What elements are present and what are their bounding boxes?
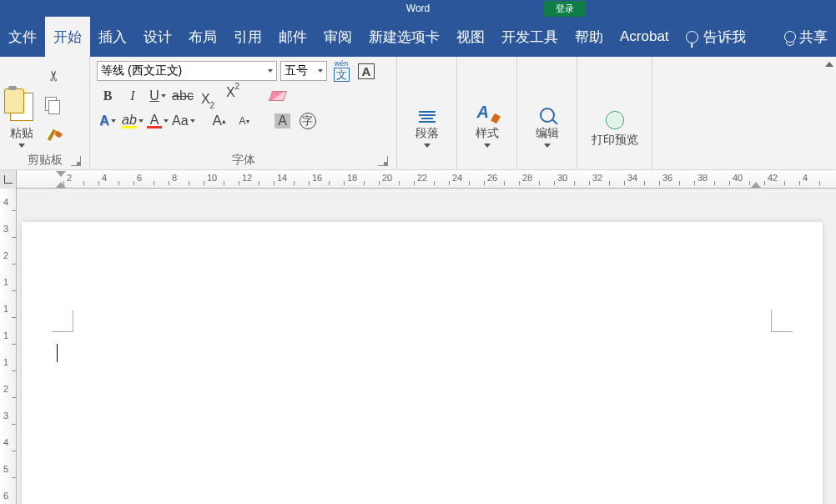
font-name-value: 等线 (西文正文) <box>101 63 182 78</box>
group-clipboard: 粘贴 剪贴板 <box>0 57 90 169</box>
app-title: Word <box>406 3 430 14</box>
tab-review[interactable]: 审阅 <box>315 17 360 57</box>
chevron-down-icon <box>318 69 323 73</box>
tab-newtab[interactable]: 新建选项卡 <box>360 17 448 57</box>
collapse-ribbon-button[interactable] <box>823 57 836 169</box>
margin-crop-tl <box>52 310 73 332</box>
group-paragraph: 段落 <box>397 57 457 169</box>
share-label: 共享 <box>799 28 828 47</box>
enclose-characters-button[interactable]: 字 <box>297 110 319 132</box>
text-cursor <box>57 344 58 362</box>
tab-design[interactable]: 设计 <box>135 17 180 57</box>
preview-label: 打印预览 <box>592 133 638 148</box>
font-launcher[interactable] <box>378 156 388 166</box>
chevron-down-icon <box>111 119 116 123</box>
page[interactable] <box>22 222 823 504</box>
preview-icon <box>606 111 624 129</box>
title-bar: Word 登录 <box>0 0 836 17</box>
styles-label: 样式 <box>476 126 499 141</box>
clipboard-group-label: 剪贴板 <box>28 153 63 168</box>
character-border-button[interactable]: A <box>355 60 377 82</box>
chevron-down-icon <box>268 69 273 73</box>
find-button[interactable]: 编辑 <box>531 60 564 151</box>
clear-formatting-button[interactable] <box>267 85 289 107</box>
highlight-button[interactable]: ab <box>122 110 144 132</box>
tab-home[interactable]: 开始 <box>45 17 90 57</box>
tab-view[interactable]: 视图 <box>448 17 493 57</box>
tab-acrobat[interactable]: Acrobat <box>612 17 677 57</box>
group-editing: 编辑 <box>517 57 577 169</box>
text-effects-button[interactable]: A <box>97 110 118 132</box>
font-color-button[interactable]: A <box>147 110 169 132</box>
vertical-ruler[interactable]: 432111123456 <box>0 189 17 504</box>
font-name-combo[interactable]: 等线 (西文正文) <box>97 61 277 81</box>
share-icon <box>784 31 796 43</box>
chevron-down-icon <box>190 119 195 123</box>
clipboard-launcher[interactable] <box>71 156 81 166</box>
cut-button[interactable] <box>43 67 62 85</box>
print-preview-button[interactable]: 打印预览 <box>587 60 643 151</box>
document-area: 432111123456 <box>0 189 836 504</box>
tab-references[interactable]: 引用 <box>225 17 270 57</box>
horizontal-ruler[interactable]: 246810121416182022242628303234363840424 <box>0 170 836 189</box>
hanging-indent-marker[interactable] <box>56 182 66 188</box>
tell-me-label: 告诉我 <box>703 28 746 47</box>
group-font: 等线 (西文正文) 五号 wén文 A B I U abc X2 X2 A ab… <box>90 57 397 169</box>
document-canvas[interactable] <box>17 189 836 504</box>
paste-icon <box>10 93 33 121</box>
group-styles: A 样式 <box>457 57 517 169</box>
grow-font-button[interactable]: A▴ <box>209 110 230 132</box>
bold-button[interactable]: B <box>97 85 118 107</box>
copy-button[interactable] <box>43 96 62 114</box>
chevron-down-icon <box>161 94 166 98</box>
italic-button[interactable]: I <box>122 85 144 107</box>
ribbon-tabs: 文件 开始 插入 设计 布局 引用 邮件 审阅 新建选项卡 视图 开发工具 帮助… <box>0 17 836 57</box>
chevron-down-icon <box>18 144 25 148</box>
chevron-down-icon <box>484 144 491 148</box>
group-print-preview: 打印预览 <box>577 57 652 169</box>
paragraph-button[interactable]: 段落 <box>410 60 444 151</box>
tab-help[interactable]: 帮助 <box>567 17 612 57</box>
shrink-font-button[interactable]: A▾ <box>234 110 255 132</box>
superscript-button[interactable]: X2 <box>222 85 244 107</box>
login-button[interactable]: 登录 <box>544 1 586 17</box>
phonetic-guide-button[interactable]: wén文 <box>330 60 352 82</box>
subscript-button[interactable]: X2 <box>197 85 219 107</box>
tab-insert[interactable]: 插入 <box>90 17 135 57</box>
chevron-down-icon <box>138 119 144 123</box>
share-button[interactable]: 共享 <box>776 17 836 57</box>
strikethrough-button[interactable]: abc <box>172 85 194 107</box>
first-line-indent-marker[interactable] <box>56 171 66 177</box>
paste-label: 粘贴 <box>10 126 33 141</box>
underline-button[interactable]: U <box>147 85 169 107</box>
tab-selector[interactable] <box>0 170 17 189</box>
margin-crop-tr <box>771 310 793 332</box>
editing-label: 编辑 <box>536 126 559 141</box>
right-indent-marker[interactable] <box>751 182 761 188</box>
styles-button[interactable]: A 样式 <box>471 60 504 151</box>
search-icon <box>540 108 555 123</box>
font-size-value: 五号 <box>285 63 308 78</box>
font-group-label: 字体 <box>232 153 255 168</box>
format-painter-button[interactable] <box>43 126 62 144</box>
tab-layout[interactable]: 布局 <box>180 17 225 57</box>
styles-icon: A <box>476 103 499 123</box>
change-case-button[interactable]: Aa <box>172 110 195 132</box>
chevron-down-icon <box>424 144 431 148</box>
paste-button[interactable]: 粘贴 <box>5 60 38 151</box>
chevron-down-icon <box>164 119 169 123</box>
tell-me[interactable]: 告诉我 <box>677 17 754 57</box>
character-shading-button[interactable]: A <box>272 110 294 132</box>
tab-file[interactable]: 文件 <box>0 17 45 57</box>
eraser-icon <box>269 91 287 101</box>
font-size-combo[interactable]: 五号 <box>280 61 327 81</box>
paragraph-icon <box>419 111 436 123</box>
tab-developer[interactable]: 开发工具 <box>493 17 567 57</box>
tab-mailings[interactable]: 邮件 <box>270 17 315 57</box>
chevron-down-icon <box>544 144 551 148</box>
bulb-icon <box>686 31 698 43</box>
ribbon: 粘贴 剪贴板 等线 (西文正文) 五号 wén文 A B I U a <box>0 57 836 170</box>
paragraph-label: 段落 <box>415 126 439 141</box>
